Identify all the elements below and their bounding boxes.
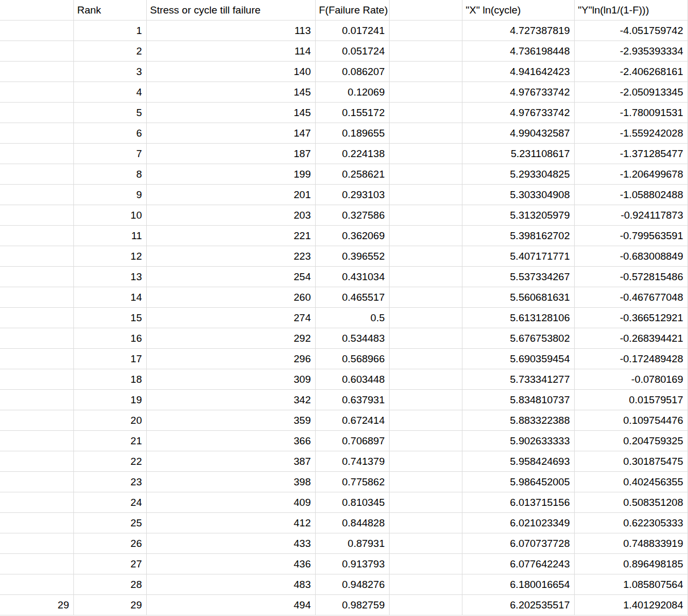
cell-y-ln[interactable]: -0.172489428	[575, 349, 688, 369]
cell-rank[interactable]: 26	[74, 533, 147, 554]
cell-y-ln[interactable]: -0.268394421	[575, 328, 688, 349]
cell-failure-rate[interactable]: 0.913793	[316, 554, 390, 574]
cell-col-a[interactable]	[0, 328, 74, 349]
cell-x-ln-cycle[interactable]: 4.990432587	[462, 123, 575, 144]
cell-x-ln-cycle[interactable]: 5.613128106	[462, 308, 575, 328]
cell-stress[interactable]: 201	[147, 185, 316, 205]
cell-col-e[interactable]	[390, 451, 462, 472]
cell-col-a[interactable]	[0, 41, 74, 62]
cell-x-ln-cycle[interactable]: 5.834810737	[462, 390, 575, 410]
cell-y-ln[interactable]: -1.559242028	[575, 123, 688, 144]
cell-col-a[interactable]	[0, 287, 74, 308]
cell-stress[interactable]: 292	[147, 328, 316, 349]
cell-stress[interactable]: 187	[147, 144, 316, 164]
cell-stress[interactable]: 398	[147, 472, 316, 492]
cell-col-a[interactable]	[0, 349, 74, 369]
cell-col-e[interactable]	[390, 595, 462, 615]
cell-x-ln-cycle[interactable]: 6.013715156	[462, 492, 575, 513]
header-cell-x-ln-cycle[interactable]: "X" ln(cycle)	[462, 0, 575, 21]
cell-failure-rate[interactable]: 0.224138	[316, 144, 390, 164]
cell-x-ln-cycle[interactable]: 5.293304825	[462, 164, 575, 185]
cell-x-ln-cycle[interactable]: 4.941642423	[462, 62, 575, 82]
cell-col-a[interactable]	[0, 513, 74, 533]
cell-stress[interactable]: 409	[147, 492, 316, 513]
cell-failure-rate[interactable]: 0.155172	[316, 103, 390, 123]
header-cell-blank-a[interactable]	[0, 0, 74, 21]
cell-col-a[interactable]	[0, 82, 74, 103]
cell-col-e[interactable]	[390, 164, 462, 185]
cell-col-a[interactable]	[0, 574, 74, 595]
cell-col-e[interactable]	[390, 410, 462, 431]
cell-col-a[interactable]	[0, 267, 74, 287]
cell-y-ln[interactable]: 1.085807564	[575, 574, 688, 595]
cell-x-ln-cycle[interactable]: 5.958424693	[462, 451, 575, 472]
cell-y-ln[interactable]: -1.780091531	[575, 103, 688, 123]
header-cell-failure-rate[interactable]: F(Failure Rate)	[316, 0, 390, 21]
cell-y-ln[interactable]: 0.402456355	[575, 472, 688, 492]
cell-stress[interactable]: 114	[147, 41, 316, 62]
cell-x-ln-cycle[interactable]: 5.733341277	[462, 369, 575, 390]
cell-rank[interactable]: 13	[74, 267, 147, 287]
cell-rank[interactable]: 7	[74, 144, 147, 164]
cell-y-ln[interactable]: 0.109754476	[575, 410, 688, 431]
cell-failure-rate[interactable]: 0.948276	[316, 574, 390, 595]
cell-col-e[interactable]	[390, 21, 462, 41]
cell-failure-rate[interactable]: 0.189655	[316, 123, 390, 144]
cell-y-ln[interactable]: -2.935393334	[575, 41, 688, 62]
cell-rank[interactable]: 6	[74, 123, 147, 144]
cell-stress[interactable]: 147	[147, 123, 316, 144]
cell-stress[interactable]: 309	[147, 369, 316, 390]
cell-y-ln[interactable]: -0.799563591	[575, 226, 688, 246]
cell-stress[interactable]: 199	[147, 164, 316, 185]
cell-col-a[interactable]	[0, 103, 74, 123]
cell-y-ln[interactable]: 0.204759325	[575, 431, 688, 451]
cell-failure-rate[interactable]: 0.534483	[316, 328, 390, 349]
cell-stress[interactable]: 260	[147, 287, 316, 308]
cell-rank[interactable]: 12	[74, 246, 147, 267]
cell-col-a[interactable]	[0, 123, 74, 144]
cell-rank[interactable]: 8	[74, 164, 147, 185]
header-cell-y-ln[interactable]: "Y"ln(ln1/(1-F)))	[575, 0, 688, 21]
cell-col-a[interactable]	[0, 21, 74, 41]
cell-col-e[interactable]	[390, 533, 462, 554]
cell-y-ln[interactable]: -0.683008849	[575, 246, 688, 267]
cell-y-ln[interactable]: -0.924117873	[575, 205, 688, 226]
cell-x-ln-cycle[interactable]: 5.883322388	[462, 410, 575, 431]
cell-col-e[interactable]	[390, 349, 462, 369]
cell-col-e[interactable]	[390, 144, 462, 164]
cell-rank[interactable]: 20	[74, 410, 147, 431]
cell-col-a[interactable]	[0, 164, 74, 185]
cell-failure-rate[interactable]: 0.017241	[316, 21, 390, 41]
cell-y-ln[interactable]: 0.748833919	[575, 533, 688, 554]
cell-col-e[interactable]	[390, 226, 462, 246]
cell-rank[interactable]: 5	[74, 103, 147, 123]
cell-failure-rate[interactable]: 0.293103	[316, 185, 390, 205]
cell-rank[interactable]: 15	[74, 308, 147, 328]
cell-col-a[interactable]: 29	[0, 595, 74, 615]
cell-rank[interactable]: 29	[74, 595, 147, 615]
cell-stress[interactable]: 274	[147, 308, 316, 328]
cell-stress[interactable]: 221	[147, 226, 316, 246]
cell-stress[interactable]: 145	[147, 82, 316, 103]
cell-col-e[interactable]	[390, 574, 462, 595]
cell-failure-rate[interactable]: 0.672414	[316, 410, 390, 431]
cell-failure-rate[interactable]: 0.568966	[316, 349, 390, 369]
cell-x-ln-cycle[interactable]: 5.231108617	[462, 144, 575, 164]
cell-rank[interactable]: 11	[74, 226, 147, 246]
cell-col-a[interactable]	[0, 533, 74, 554]
cell-x-ln-cycle[interactable]: 4.727387819	[462, 21, 575, 41]
cell-stress[interactable]: 366	[147, 431, 316, 451]
cell-rank[interactable]: 9	[74, 185, 147, 205]
cell-y-ln[interactable]: 1.401292084	[575, 595, 688, 615]
cell-stress[interactable]: 494	[147, 595, 316, 615]
cell-x-ln-cycle[interactable]: 5.902633333	[462, 431, 575, 451]
cell-failure-rate[interactable]: 0.362069	[316, 226, 390, 246]
cell-y-ln[interactable]: 0.622305333	[575, 513, 688, 533]
cell-failure-rate[interactable]: 0.465517	[316, 287, 390, 308]
cell-y-ln[interactable]: -1.371285477	[575, 144, 688, 164]
cell-y-ln[interactable]: -0.467677048	[575, 287, 688, 308]
cell-stress[interactable]: 342	[147, 390, 316, 410]
cell-y-ln[interactable]: -2.406268161	[575, 62, 688, 82]
cell-x-ln-cycle[interactable]: 6.021023349	[462, 513, 575, 533]
cell-col-a[interactable]	[0, 226, 74, 246]
